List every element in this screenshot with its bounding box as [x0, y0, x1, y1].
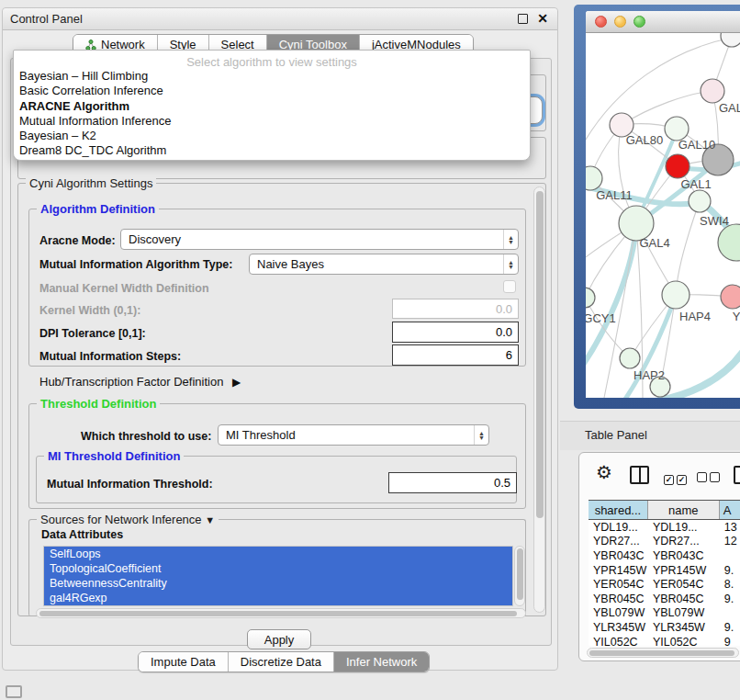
attributes-hscrollbar[interactable]	[36, 608, 526, 618]
kernel-width-label: Kernel Width (0,1):	[39, 304, 140, 317]
attribute-list-item[interactable]: gal4RGexp	[44, 591, 512, 605]
table-row[interactable]: YIL052CYIL052C9	[589, 635, 740, 646]
network-graph-canvas[interactable]: GALGAL80GAL10GAL1GAL11SWI4GAL4HAP4YGCY1H…	[586, 33, 740, 398]
network-node-hap4[interactable]	[662, 281, 690, 309]
dropdown-item[interactable]: Bayesian – Hill Climbing	[14, 69, 530, 84]
table-cell: YDL19...	[589, 520, 648, 535]
apply-button[interactable]: Apply	[247, 629, 311, 649]
network-node-gal[interactable]	[701, 79, 724, 103]
sources-title[interactable]: Sources for Network Inference ▼	[37, 513, 219, 526]
table-row[interactable]: YDL19...YDL19...13	[589, 520, 740, 535]
network-node[interactable]	[721, 33, 740, 47]
kernel-width-field[interactable]: 0.0	[392, 299, 519, 319]
dropdown-item[interactable]: ARACNE Algorithm	[14, 99, 530, 114]
table-row[interactable]: YBR043CYBR043C	[589, 548, 740, 563]
table-cell	[720, 606, 740, 621]
table-hscrollbar[interactable]	[587, 648, 739, 658]
network-node-gcy1[interactable]	[586, 288, 595, 308]
table-cell: YDL19...	[648, 520, 720, 535]
document-icon[interactable]	[734, 466, 740, 484]
table-cell: YBR043C	[648, 548, 720, 563]
table-cell: YER054C	[589, 577, 648, 592]
manual-kernel-width-label: Manual Kernel Width Definition	[39, 282, 209, 295]
table-row[interactable]: YBR045CYBR045C9.	[589, 592, 740, 606]
column-header[interactable]: name	[648, 501, 720, 519]
table-cell: 9.	[720, 592, 740, 606]
dropdown-items: Bayesian – Hill ClimbingBasic Correlatio…	[14, 69, 530, 159]
attribute-list-item[interactable]: BetweennessCentrality	[44, 576, 512, 591]
table-row[interactable]: YER054CYER054C8.	[589, 577, 740, 592]
attribute-list-item[interactable]: SelfLoops	[44, 547, 512, 561]
close-traffic-light-icon[interactable]	[595, 16, 607, 28]
network-node-label: GAL11	[596, 188, 633, 202]
check-all-icon[interactable]: ✓✓	[664, 469, 687, 486]
mi-algorithm-type-value: Naive Bayes	[257, 257, 324, 271]
attribute-list-item[interactable]: TopologicalCoefficient	[44, 561, 512, 576]
tab-label: Discretize Data	[241, 655, 321, 669]
data-attributes-list[interactable]: SelfLoopsTopologicalCoefficientBetweenne…	[43, 546, 513, 606]
data-attributes-label: Data Attributes	[41, 528, 123, 541]
dropdown-item[interactable]: Dream8 DC_TDC Algorithm	[14, 143, 530, 158]
table-cell: YBR045C	[648, 592, 720, 606]
manual-kernel-width-checkbox[interactable]	[503, 280, 516, 293]
network-node-label: GAL1	[680, 177, 711, 191]
aracne-mode-combobox[interactable]: Discovery ▲▼	[120, 229, 519, 250]
table-cell: YBL079W	[589, 606, 648, 621]
mi-algorithm-type-combobox[interactable]: Naive Bayes ▲▼	[249, 254, 519, 275]
attributes-scrollbar-thumb[interactable]	[517, 548, 523, 600]
table-hscrollbar-thumb[interactable]	[589, 650, 734, 656]
uncheck-all-icon[interactable]	[697, 469, 720, 486]
table-body: YDL19...YDL19...13YDR27...YDR27...12YBR0…	[589, 520, 740, 646]
attributes-scrollbar[interactable]	[514, 546, 525, 606]
network-node-label: Y	[733, 310, 740, 323]
tab-infer-network[interactable]: Infer Network	[334, 652, 429, 672]
collapsed-panel-button[interactable]	[6, 685, 22, 698]
table-row[interactable]: YPR145WYPR145W9.	[589, 563, 740, 578]
split-columns-icon[interactable]	[630, 466, 649, 484]
settings-scrollbar-thumb[interactable]	[536, 191, 544, 518]
gear-icon[interactable]: ⚙	[596, 461, 612, 483]
table-row[interactable]: YLR345WYLR345W9.	[589, 620, 740, 635]
network-window-titlebar[interactable]	[586, 11, 740, 33]
hub-definition-toggle[interactable]: Hub/Transcription Factor Definition ▶	[39, 375, 241, 389]
table-cell: 13	[720, 520, 740, 535]
control-panel-titlebar[interactable]: Control Panel ✕	[3, 8, 557, 30]
dropdown-item[interactable]: Basic Correlation Inference	[14, 84, 530, 98]
close-icon[interactable]: ✕	[537, 11, 548, 26]
bottom-tab-bar: Impute DataDiscretize DataInfer Network	[138, 651, 430, 672]
column-header[interactable]: shared...	[589, 501, 648, 519]
mi-algorithm-type-label: Mutual Information Algorithm Type:	[39, 258, 232, 271]
which-threshold-combobox[interactable]: MI Threshold ▲▼	[218, 424, 489, 446]
settings-scrollbar[interactable]	[533, 186, 545, 613]
mi-steps-field[interactable]: 6	[392, 344, 519, 366]
tab-impute-data[interactable]: Impute Data	[139, 652, 229, 672]
network-node-gal1[interactable]	[666, 154, 690, 178]
attributes-hscrollbar-thumb[interactable]	[39, 611, 517, 616]
expanded-arrow-icon: ▼	[205, 514, 215, 525]
dpi-tolerance-field[interactable]: 0.0	[392, 322, 519, 343]
float-window-icon[interactable]	[518, 14, 528, 24]
threshold-definition-title: Threshold Definition	[37, 397, 160, 411]
table-row[interactable]: YBL079WYBL079W	[589, 606, 740, 621]
network-node-hap2[interactable]	[620, 348, 640, 368]
mi-threshold-label: Mutual Information Threshold:	[47, 478, 213, 491]
algorithm-dropdown: Select algorithm to view settings Bayesi…	[13, 50, 531, 161]
mi-threshold-field[interactable]: 0.5	[388, 472, 517, 493]
zoom-traffic-light-icon[interactable]	[633, 16, 645, 28]
tab-discretize-data[interactable]: Discretize Data	[229, 652, 334, 672]
network-node-swi4[interactable]	[689, 190, 711, 212]
network-node-y[interactable]	[721, 285, 740, 309]
table-cell: 12	[720, 535, 740, 549]
stepper-arrows-icon: ▲▼	[474, 425, 488, 445]
table-cell: 9	[720, 635, 740, 646]
network-node-gal11[interactable]	[586, 166, 602, 190]
dropdown-item[interactable]: Mutual Information Inference	[14, 114, 530, 129]
table-row[interactable]: YDR27...YDR27...12	[589, 535, 740, 549]
which-threshold-label: Which threshold to use:	[81, 430, 211, 443]
control-panel-title: Control Panel	[10, 12, 83, 26]
dropdown-item[interactable]: Bayesian – K2	[14, 129, 530, 143]
column-header[interactable]: A	[720, 501, 740, 519]
network-node[interactable]	[718, 224, 740, 261]
mi-threshold-definition-title: MI Threshold Definition	[44, 449, 184, 463]
minimize-traffic-light-icon[interactable]	[614, 16, 626, 28]
